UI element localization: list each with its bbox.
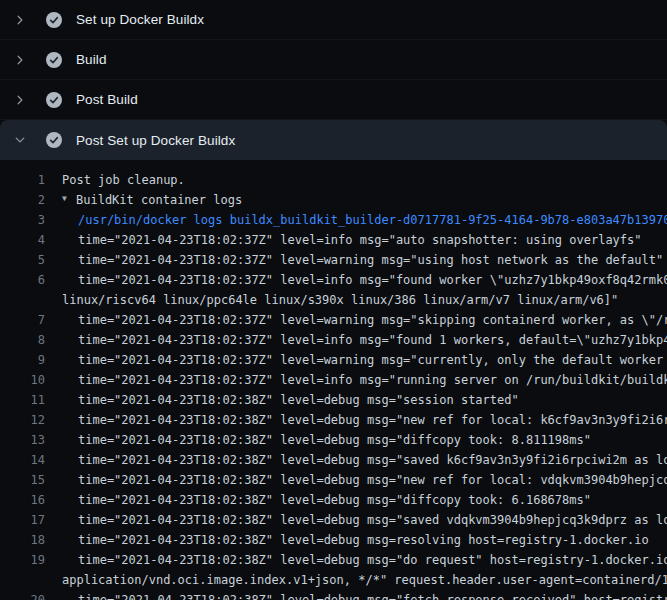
log-line-number[interactable]: 1 (0, 170, 45, 190)
step-label: Build (76, 52, 107, 67)
log-line: 19 time="2021-04-23T18:02:38Z" level=deb… (0, 550, 667, 570)
log-line-text: time="2021-04-23T18:02:38Z" level=debug … (45, 450, 667, 470)
log-line-number[interactable]: 2 (0, 190, 45, 210)
log-line: 12 time="2021-04-23T18:02:38Z" level=deb… (0, 410, 667, 430)
log-line-text: time="2021-04-23T18:02:37Z" level=info m… (45, 270, 667, 290)
log-line-number[interactable]: 17 (0, 510, 45, 530)
log-line-number[interactable]: 18 (0, 530, 45, 550)
log-line-text: time="2021-04-23T18:02:38Z" level=debug … (45, 410, 667, 430)
log-line-number[interactable]: 6 (0, 270, 45, 290)
log-line: 20 time="2021-04-23T18:02:38Z" level=deb… (0, 590, 667, 600)
log-line-text: time="2021-04-23T18:02:38Z" level=debug … (45, 430, 667, 450)
log-line-text: Post job cleanup. (45, 170, 667, 190)
log-line-number (0, 290, 45, 310)
log-line-number[interactable]: 20 (0, 590, 45, 600)
log-line-number[interactable]: 13 (0, 430, 45, 450)
log-line-number[interactable]: 12 (0, 410, 45, 430)
log-line: linux/riscv64 linux/ppc64le linux/s390x … (0, 290, 667, 310)
log-line-number[interactable]: 9 (0, 350, 45, 370)
log-line: 16 time="2021-04-23T18:02:38Z" level=deb… (0, 490, 667, 510)
log-line: 13 time="2021-04-23T18:02:38Z" level=deb… (0, 430, 667, 450)
log-line-text: time="2021-04-23T18:02:37Z" level=warnin… (45, 310, 667, 330)
log-line: 9 time="2021-04-23T18:02:37Z" level=warn… (0, 350, 667, 370)
log-line-number[interactable]: 15 (0, 470, 45, 490)
log-line: 8 time="2021-04-23T18:02:37Z" level=info… (0, 330, 667, 350)
log-line: 7 time="2021-04-23T18:02:37Z" level=warn… (0, 310, 667, 330)
log-line: application/vnd.oci.image.index.v1+json,… (0, 570, 667, 590)
log-line: 14 time="2021-04-23T18:02:38Z" level=deb… (0, 450, 667, 470)
step-label: Post Build (76, 92, 138, 107)
log-line: 2 ▼BuildKit container logs (0, 190, 667, 210)
step-row-3[interactable]: Post Set up Docker Buildx (0, 120, 667, 160)
check-circle-icon (46, 12, 62, 28)
log-line-number[interactable]: 14 (0, 450, 45, 470)
log-line-number[interactable]: 19 (0, 550, 45, 570)
log-line-text: time="2021-04-23T18:02:38Z" level=debug … (45, 510, 667, 530)
log-line: 10 time="2021-04-23T18:02:37Z" level=inf… (0, 370, 667, 390)
step-label: Set up Docker Buildx (76, 12, 204, 27)
log-line-number[interactable]: 16 (0, 490, 45, 510)
log-line: 17 time="2021-04-23T18:02:38Z" level=deb… (0, 510, 667, 530)
log-line-text: time="2021-04-23T18:02:37Z" level=warnin… (45, 250, 667, 270)
log-line: 4 time="2021-04-23T18:02:37Z" level=info… (0, 230, 667, 250)
log-line-text: application/vnd.oci.image.index.v1+json,… (45, 570, 667, 590)
log-line-text: time="2021-04-23T18:02:37Z" level=warnin… (45, 350, 667, 370)
log-line-text: time="2021-04-23T18:02:38Z" level=debug … (45, 590, 667, 600)
log-line: 15 time="2021-04-23T18:02:38Z" level=deb… (0, 470, 667, 490)
step-row-0[interactable]: Set up Docker Buildx (0, 0, 667, 40)
log-line-text: linux/riscv64 linux/ppc64le linux/s390x … (45, 290, 667, 310)
log-line-text: time="2021-04-23T18:02:38Z" level=debug … (45, 550, 667, 570)
log-line-number[interactable]: 4 (0, 230, 45, 250)
log-line-text: time="2021-04-23T18:02:38Z" level=debug … (45, 490, 667, 510)
log-line-text: time="2021-04-23T18:02:38Z" level=debug … (45, 470, 667, 490)
log-group-caret-icon[interactable]: ▼ (62, 190, 76, 209)
check-circle-icon (46, 132, 62, 148)
log-line-number[interactable]: 8 (0, 330, 45, 350)
log-line-number[interactable]: 3 (0, 210, 45, 230)
step-row-1[interactable]: Build (0, 40, 667, 80)
log-line-number[interactable]: 5 (0, 250, 45, 270)
step-label: Post Set up Docker Buildx (76, 133, 235, 148)
check-circle-icon (46, 92, 62, 108)
chevron-right-icon (12, 92, 28, 108)
log-line-text: time="2021-04-23T18:02:38Z" level=debug … (45, 390, 667, 410)
log-line-number[interactable]: 10 (0, 370, 45, 390)
check-circle-icon (46, 52, 62, 68)
log-area: 1 Post job cleanup. 2 ▼BuildKit containe… (0, 160, 667, 600)
log-line-text: /usr/bin/docker logs buildx_buildkit_bui… (45, 210, 667, 230)
log-line-number[interactable]: 11 (0, 390, 45, 410)
log-line: 18 time="2021-04-23T18:02:38Z" level=deb… (0, 530, 667, 550)
log-line-text: ▼BuildKit container logs (45, 190, 667, 210)
log-line-text: time="2021-04-23T18:02:37Z" level=info m… (45, 370, 667, 390)
log-line: 1 Post job cleanup. (0, 170, 667, 190)
steps-list: Set up Docker Buildx Build Post Build (0, 0, 667, 160)
chevron-right-icon (12, 12, 28, 28)
log-line-text: time="2021-04-23T18:02:37Z" level=info m… (45, 330, 667, 350)
log-line-number (0, 570, 45, 590)
log-line-text: time="2021-04-23T18:02:37Z" level=info m… (45, 230, 667, 250)
log-line: 5 time="2021-04-23T18:02:37Z" level=warn… (0, 250, 667, 270)
step-row-2[interactable]: Post Build (0, 80, 667, 120)
log-line-number[interactable]: 7 (0, 310, 45, 330)
chevron-down-icon (12, 132, 28, 148)
log-line: 3 /usr/bin/docker logs buildx_buildkit_b… (0, 210, 667, 230)
log-line: 11 time="2021-04-23T18:02:38Z" level=deb… (0, 390, 667, 410)
log-line: 6 time="2021-04-23T18:02:37Z" level=info… (0, 270, 667, 290)
log-line-text: time="2021-04-23T18:02:38Z" level=debug … (45, 530, 667, 550)
chevron-right-icon (12, 52, 28, 68)
